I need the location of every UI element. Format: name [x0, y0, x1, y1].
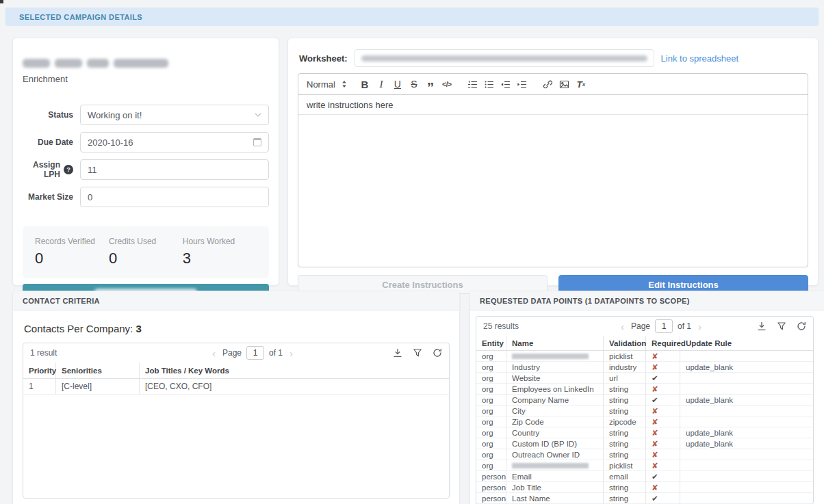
column-header[interactable]: Update Rule — [680, 336, 813, 350]
clear-formatting-button[interactable]: Tx — [573, 76, 589, 92]
name-cell: Website — [506, 373, 604, 383]
outdent-button[interactable] — [498, 76, 514, 92]
strikethrough-button[interactable]: S — [406, 76, 422, 92]
redaction-blob — [114, 59, 168, 68]
download-icon[interactable] — [757, 321, 767, 331]
page-input[interactable] — [655, 319, 673, 333]
link-button[interactable] — [540, 76, 556, 92]
worksheet-label: Worksheet: — [299, 53, 348, 64]
status-select[interactable]: Working on it! — [80, 105, 269, 125]
entity-cell: org — [476, 373, 506, 383]
update-rule-cell — [680, 449, 813, 460]
prev-page-icon[interactable]: ‹ — [619, 321, 626, 332]
validation-cell: string — [604, 395, 646, 405]
table-row: org Industry industry ✘ update_blank — [476, 362, 813, 373]
column-header[interactable]: Job Titles / Key Words — [140, 362, 449, 378]
underline-button[interactable]: U — [389, 76, 406, 92]
link-to-spreadsheet[interactable]: Link to spreadsheet — [661, 53, 738, 64]
market-size-input[interactable]: 0 — [80, 187, 269, 207]
entity-cell: org — [476, 395, 506, 405]
ordered-list-icon — [467, 79, 478, 90]
required-cell: ✔ — [646, 471, 680, 481]
bullet-list-icon — [484, 79, 494, 90]
contact-grid-toolbar: 1 result ‹ Page of 1 › — [23, 343, 449, 362]
validation-cell: string — [604, 449, 646, 460]
required-cell: ✔ — [646, 493, 680, 503]
datapoints-grid: 25 results ‹ Page of 1 › Ent — [476, 316, 814, 504]
seniorities-cell: [C-level] — [56, 379, 140, 394]
column-header[interactable]: Validation — [604, 336, 646, 350]
required-cell: ✘ — [646, 362, 680, 372]
worksheet-url-input-redacted[interactable] — [355, 49, 654, 67]
blockquote-button[interactable]: ” — [422, 76, 439, 92]
column-header[interactable]: Priority — [23, 362, 56, 378]
result-count: 25 results — [483, 321, 565, 331]
table-row: org Website url ✔ — [476, 373, 813, 384]
required-cell: ✘ — [646, 351, 680, 361]
assign-lph-input[interactable]: 11 — [80, 159, 269, 180]
name-cell: Custom ID (BP ID) — [506, 438, 604, 449]
bullet-list-button[interactable] — [481, 76, 498, 92]
editor-text: write instructions here — [307, 100, 393, 110]
status-label: Status — [48, 110, 73, 120]
column-header[interactable]: Name — [506, 336, 604, 350]
entity-cell: person — [476, 482, 506, 492]
table-row: org picklist ✘ — [476, 460, 813, 471]
help-icon[interactable]: ? — [64, 165, 73, 174]
indent-button[interactable] — [514, 76, 530, 92]
table-row: org Employees on LinkedIn string ✘ — [476, 384, 813, 395]
next-page-icon[interactable]: › — [287, 348, 295, 358]
image-button[interactable] — [556, 76, 573, 92]
page-input[interactable] — [246, 346, 264, 360]
table-row: person Email email ✔ — [476, 471, 813, 482]
market-size-value: 0 — [88, 192, 92, 202]
format-dropdown[interactable]: Normal — [307, 79, 347, 90]
required-cell: ✘ — [646, 406, 680, 416]
requested-datapoints-card: REQUESTED DATA POINTS (1 DATAPOINTS TO S… — [469, 291, 824, 504]
job-titles-cell: [CEO, CXO, CFO] — [140, 379, 449, 394]
prev-page-icon[interactable]: ‹ — [210, 348, 218, 358]
campaign-form: Status Working on it! Due Date 2020-10-1… — [23, 105, 269, 207]
status-row: Status Working on it! — [23, 105, 269, 125]
editor-content[interactable]: write instructions here — [298, 95, 808, 115]
redaction-blob — [23, 59, 50, 68]
datapoints-grid-header: Entity Name Validation Required Update R… — [476, 336, 813, 351]
download-icon[interactable] — [393, 348, 402, 358]
refresh-icon[interactable] — [433, 348, 442, 358]
name-cell — [506, 460, 604, 470]
column-header[interactable]: Required — [646, 336, 680, 350]
datapoints-grid-body: org picklist ✘ org Industry industry ✘ — [476, 351, 813, 504]
entity-cell: person — [476, 493, 506, 503]
name-cell: Last Name — [506, 493, 604, 503]
contacts-per-company-value: 3 — [136, 323, 141, 334]
requested-datapoints-header: REQUESTED DATA POINTS (1 DATAPOINTS TO S… — [470, 291, 824, 310]
next-page-icon[interactable]: › — [696, 321, 704, 332]
campaign-title-redacted — [23, 59, 269, 68]
instructions-card: Worksheet: Link to spreadsheet Normal B … — [287, 38, 819, 286]
contacts-per-company: Contacts Per Company: 3 — [24, 323, 450, 334]
code-button[interactable]: </> — [439, 76, 455, 92]
ordered-list-button[interactable] — [465, 76, 481, 92]
filter-icon[interactable] — [413, 348, 422, 358]
validation-cell: email — [604, 471, 646, 481]
due-date-input[interactable]: 2020-10-16 — [80, 132, 269, 152]
editor-empty-area[interactable] — [298, 115, 808, 267]
link-icon — [543, 79, 553, 90]
name-cell: Zip Code — [506, 416, 604, 427]
bold-button[interactable]: B — [357, 76, 373, 92]
contact-grid-header: Priority Seniorities Job Titles / Key Wo… — [23, 362, 449, 379]
entity-cell: org — [476, 351, 506, 361]
pagination: ‹ Page of 1 › — [565, 319, 757, 333]
assign-lph-label: Assign LPH — [31, 160, 60, 180]
italic-button[interactable]: I — [373, 76, 389, 92]
assign-lph-value: 11 — [88, 165, 97, 175]
entity-cell: org — [476, 362, 506, 372]
column-header[interactable]: Entity — [476, 336, 506, 350]
filter-icon[interactable] — [777, 321, 786, 331]
campaign-type-label: Enrichment — [23, 74, 269, 84]
outdent-icon — [500, 79, 511, 90]
column-header[interactable]: Seniorities — [56, 362, 140, 378]
entity-cell: org — [476, 384, 506, 394]
priority-cell: 1 — [23, 379, 56, 394]
refresh-icon[interactable] — [797, 321, 806, 331]
